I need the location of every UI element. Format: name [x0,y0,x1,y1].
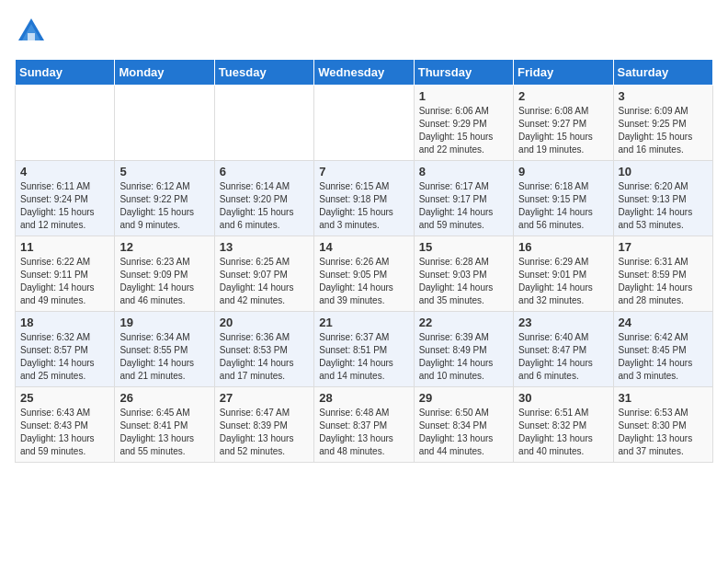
day-number: 19 [119,316,209,329]
day-info: Sunrise: 6:42 AM Sunset: 8:45 PM Dayligh… [619,331,708,383]
day-info: Sunrise: 6:34 AM Sunset: 8:55 PM Dayligh… [119,331,209,383]
day-cell-13: 13Sunrise: 6:25 AM Sunset: 9:07 PM Dayli… [214,236,313,312]
day-info: Sunrise: 6:09 AM Sunset: 9:25 PM Dayligh… [619,105,708,156]
day-header-sunday: Sunday [16,60,115,86]
day-cell-11: 11Sunrise: 6:22 AM Sunset: 9:11 PM Dayli… [16,236,115,312]
day-cell-24: 24Sunrise: 6:42 AM Sunset: 8:45 PM Dayli… [613,312,712,387]
day-number: 27 [220,391,309,405]
day-number: 4 [20,165,109,178]
week-row-3: 11Sunrise: 6:22 AM Sunset: 9:11 PM Dayli… [16,236,713,312]
day-cell-8: 8Sunrise: 6:17 AM Sunset: 9:17 PM Daylig… [414,161,513,236]
day-info: Sunrise: 6:40 AM Sunset: 8:47 PM Dayligh… [518,331,608,383]
day-cell-26: 26Sunrise: 6:45 AM Sunset: 8:41 PM Dayli… [115,387,214,463]
svg-rect-3 [28,33,35,40]
week-row-5: 25Sunrise: 6:43 AM Sunset: 8:43 PM Dayli… [16,387,713,463]
day-cell-7: 7Sunrise: 6:15 AM Sunset: 9:18 PM Daylig… [314,161,414,236]
calendar-table: SundayMondayTuesdayWednesdayThursdayFrid… [15,59,713,463]
week-row-1: 1Sunrise: 6:06 AM Sunset: 9:29 PM Daylig… [16,86,713,161]
day-info: Sunrise: 6:06 AM Sunset: 9:29 PM Dayligh… [419,105,508,156]
day-info: Sunrise: 6:47 AM Sunset: 8:39 PM Dayligh… [220,407,309,458]
day-number: 29 [419,391,508,405]
day-info: Sunrise: 6:17 AM Sunset: 9:17 PM Dayligh… [419,180,508,232]
day-cell-4: 4Sunrise: 6:11 AM Sunset: 9:24 PM Daylig… [16,161,115,236]
day-number: 15 [419,240,508,254]
week-row-4: 18Sunrise: 6:32 AM Sunset: 8:57 PM Dayli… [16,312,713,387]
empty-cell [214,86,313,161]
logo-icon [15,15,48,48]
day-number: 2 [518,89,608,103]
day-cell-23: 23Sunrise: 6:40 AM Sunset: 8:47 PM Dayli… [514,312,613,387]
day-cell-6: 6Sunrise: 6:14 AM Sunset: 9:20 PM Daylig… [214,161,313,236]
day-number: 8 [419,165,508,178]
day-cell-28: 28Sunrise: 6:48 AM Sunset: 8:37 PM Dayli… [314,387,414,463]
day-number: 1 [419,89,508,103]
day-cell-31: 31Sunrise: 6:53 AM Sunset: 8:30 PM Dayli… [613,387,712,463]
day-header-monday: Monday [115,60,214,86]
day-cell-19: 19Sunrise: 6:34 AM Sunset: 8:55 PM Dayli… [115,312,214,387]
day-cell-12: 12Sunrise: 6:23 AM Sunset: 9:09 PM Dayli… [115,236,214,312]
day-info: Sunrise: 6:36 AM Sunset: 8:53 PM Dayligh… [220,331,309,383]
day-cell-25: 25Sunrise: 6:43 AM Sunset: 8:43 PM Dayli… [16,387,115,463]
day-info: Sunrise: 6:48 AM Sunset: 8:37 PM Dayligh… [319,407,408,458]
day-number: 25 [20,391,109,405]
day-info: Sunrise: 6:08 AM Sunset: 9:27 PM Dayligh… [518,105,608,156]
day-number: 20 [220,316,309,329]
day-header-friday: Friday [514,60,613,86]
day-number: 22 [419,316,508,329]
day-info: Sunrise: 6:29 AM Sunset: 9:01 PM Dayligh… [518,256,608,307]
day-cell-14: 14Sunrise: 6:26 AM Sunset: 9:05 PM Dayli… [314,236,414,312]
empty-cell [115,86,214,161]
day-number: 24 [619,316,708,329]
day-info: Sunrise: 6:26 AM Sunset: 9:05 PM Dayligh… [319,256,408,307]
day-number: 17 [619,240,708,254]
day-info: Sunrise: 6:39 AM Sunset: 8:49 PM Dayligh… [419,331,508,383]
day-info: Sunrise: 6:53 AM Sunset: 8:30 PM Dayligh… [619,407,708,458]
day-info: Sunrise: 6:22 AM Sunset: 9:11 PM Dayligh… [20,256,109,307]
day-info: Sunrise: 6:25 AM Sunset: 9:07 PM Dayligh… [220,256,309,307]
day-cell-16: 16Sunrise: 6:29 AM Sunset: 9:01 PM Dayli… [514,236,613,312]
day-number: 3 [619,89,708,103]
logo [15,15,51,48]
day-number: 6 [220,165,309,178]
day-number: 5 [119,165,209,178]
day-info: Sunrise: 6:15 AM Sunset: 9:18 PM Dayligh… [319,180,408,232]
day-number: 9 [518,165,608,178]
day-info: Sunrise: 6:37 AM Sunset: 8:51 PM Dayligh… [319,331,408,383]
day-number: 12 [119,240,209,254]
day-cell-30: 30Sunrise: 6:51 AM Sunset: 8:32 PM Dayli… [514,387,613,463]
day-info: Sunrise: 6:43 AM Sunset: 8:43 PM Dayligh… [20,407,109,458]
day-cell-27: 27Sunrise: 6:47 AM Sunset: 8:39 PM Dayli… [214,387,313,463]
day-number: 23 [518,316,608,329]
day-header-wednesday: Wednesday [314,60,414,86]
day-info: Sunrise: 6:32 AM Sunset: 8:57 PM Dayligh… [20,331,109,383]
day-info: Sunrise: 6:51 AM Sunset: 8:32 PM Dayligh… [518,407,608,458]
day-info: Sunrise: 6:18 AM Sunset: 9:15 PM Dayligh… [518,180,608,232]
day-number: 13 [220,240,309,254]
day-number: 26 [119,391,209,405]
day-info: Sunrise: 6:12 AM Sunset: 9:22 PM Dayligh… [119,180,209,232]
day-cell-29: 29Sunrise: 6:50 AM Sunset: 8:34 PM Dayli… [414,387,513,463]
day-number: 31 [619,391,708,405]
day-number: 16 [518,240,608,254]
day-cell-20: 20Sunrise: 6:36 AM Sunset: 8:53 PM Dayli… [214,312,313,387]
day-header-tuesday: Tuesday [214,60,313,86]
day-cell-10: 10Sunrise: 6:20 AM Sunset: 9:13 PM Dayli… [613,161,712,236]
day-cell-9: 9Sunrise: 6:18 AM Sunset: 9:15 PM Daylig… [514,161,613,236]
day-info: Sunrise: 6:14 AM Sunset: 9:20 PM Dayligh… [220,180,309,232]
day-info: Sunrise: 6:50 AM Sunset: 8:34 PM Dayligh… [419,407,508,458]
day-info: Sunrise: 6:31 AM Sunset: 8:59 PM Dayligh… [619,256,708,307]
page-header [15,15,713,48]
day-number: 28 [319,391,408,405]
week-row-2: 4Sunrise: 6:11 AM Sunset: 9:24 PM Daylig… [16,161,713,236]
day-cell-1: 1Sunrise: 6:06 AM Sunset: 9:29 PM Daylig… [414,86,513,161]
day-info: Sunrise: 6:11 AM Sunset: 9:24 PM Dayligh… [20,180,109,232]
empty-cell [314,86,414,161]
day-header-thursday: Thursday [414,60,513,86]
day-info: Sunrise: 6:20 AM Sunset: 9:13 PM Dayligh… [619,180,708,232]
day-cell-5: 5Sunrise: 6:12 AM Sunset: 9:22 PM Daylig… [115,161,214,236]
day-number: 30 [518,391,608,405]
day-number: 18 [20,316,109,329]
day-number: 7 [319,165,408,178]
day-info: Sunrise: 6:45 AM Sunset: 8:41 PM Dayligh… [119,407,209,458]
day-cell-22: 22Sunrise: 6:39 AM Sunset: 8:49 PM Dayli… [414,312,513,387]
